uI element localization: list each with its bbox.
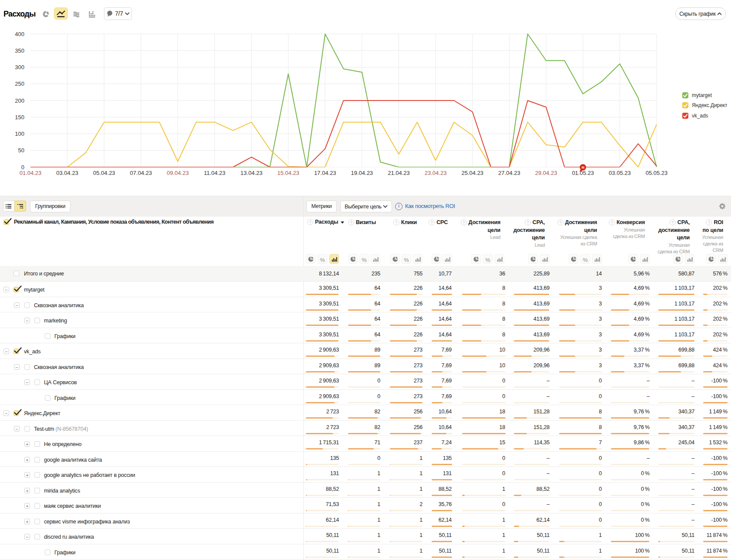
svg-text:400: 400 [15,31,24,37]
svg-text:350: 350 [15,47,24,54]
svg-text:01.04.23: 01.04.23 [20,170,42,176]
svg-text:21.04.23: 21.04.23 [388,170,410,176]
svg-text:09.04.23: 09.04.23 [167,170,189,176]
svg-text:11.04.23: 11.04.23 [204,170,225,176]
svg-text:03.04.23: 03.04.23 [56,170,78,176]
svg-text:25.04.23: 25.04.23 [461,170,483,176]
svg-text:Н: Н [582,165,584,170]
svg-text:19.04.23: 19.04.23 [351,170,373,176]
svg-text:05.05.23: 05.05.23 [646,170,668,176]
svg-text:250: 250 [15,80,24,87]
svg-text:03.05.23: 03.05.23 [609,170,631,176]
svg-text:27.04.23: 27.04.23 [498,170,520,176]
svg-text:300: 300 [15,64,24,70]
svg-text:17.04.23: 17.04.23 [314,170,336,176]
svg-text:13.04.23: 13.04.23 [241,170,263,176]
svg-text:01.05.23: 01.05.23 [572,170,594,176]
svg-text:29.04.23: 29.04.23 [535,170,557,176]
svg-text:200: 200 [15,97,24,104]
svg-text:50: 50 [18,147,24,154]
svg-text:05.04.23: 05.04.23 [93,170,115,176]
svg-text:07.04.23: 07.04.23 [130,170,152,176]
svg-text:100: 100 [15,131,24,137]
svg-text:150: 150 [15,114,24,121]
svg-text:15.04.23: 15.04.23 [277,170,299,176]
svg-text:23.04.23: 23.04.23 [425,170,447,176]
